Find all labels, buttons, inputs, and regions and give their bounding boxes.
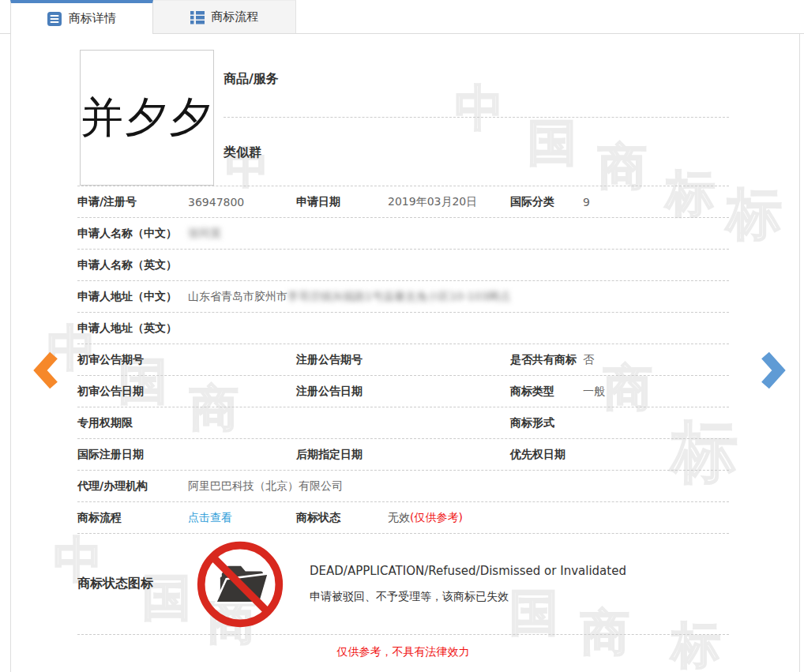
status-label: 商标状态: [296, 511, 388, 525]
redacted-text: 李哥庄镇兴福路1号温馨兑兔小区10-103网点: [287, 290, 511, 302]
table-row-registration: 申请/注册号 36947800 申请日期 2019年03月20日 国际分类 9: [77, 186, 729, 218]
applicant-cn-value: 张同英: [188, 227, 729, 241]
reg-no-label: 申请/注册号: [77, 195, 188, 209]
similar-group-label: 类似群: [224, 145, 261, 161]
status-icon-label: 商标状态图标: [77, 576, 188, 592]
reg-pub-no-label: 注册公告期号: [296, 353, 388, 367]
previous-arrow-icon[interactable]: [33, 351, 59, 390]
shared-trademark-value: 否: [583, 353, 729, 367]
address-cn-value: 山东省青岛市胶州市李哥庄镇兴福路1号温馨兑兔小区10-103网点: [188, 290, 729, 304]
tabs-bar: 商标详情 商标流程: [0, 0, 804, 34]
dead-trademark-prohibited-folder-icon: [194, 539, 286, 630]
status-value: 无效(仅供参考): [388, 511, 729, 525]
table-row-intl-dates: 国际注册日期 后期指定日期 优先权日期: [77, 439, 729, 471]
address-cn-label: 申请人地址（中文）: [77, 290, 188, 304]
status-english-text: DEAD/APPLICATION/Refused/Dismissed or In…: [310, 564, 626, 578]
trademark-form-label: 商标形式: [510, 416, 583, 430]
trademark-type-value: 一般: [583, 385, 729, 399]
table-row-address-en: 申请人地址（英文）: [77, 313, 729, 344]
address-clear-part: 山东省青岛市胶州市: [188, 290, 287, 302]
tab-label-detail: 商标详情: [69, 11, 116, 26]
tab-trademark-process[interactable]: 商标流程: [153, 0, 296, 33]
detail-panel: 并夕夕 商品/服务 类似群 申请/注册号 36947800 申请日期 2019年…: [10, 34, 800, 672]
table-row-status-icon: 商标状态图标 DEAD/APPLICATION/Refused/Dismisse…: [77, 534, 729, 635]
table-row-address-cn: 申请人地址（中文） 山东省青岛市胶州市李哥庄镇兴福路1号温馨兑兔小区10-103…: [77, 281, 729, 313]
status-invalid-text: 无效: [388, 511, 410, 524]
redacted-text: 张同英: [188, 227, 221, 239]
table-row-publication-no: 初审公告期号 注册公告期号 是否共有商标 否: [77, 344, 729, 376]
table-row-applicant-cn: 申请人名称（中文） 张同英: [77, 218, 729, 250]
document-lines-icon: [47, 12, 62, 26]
shared-trademark-label: 是否共有商标: [510, 353, 583, 367]
first-pub-date-label: 初审公告日期: [77, 385, 188, 399]
intl-reg-date-label: 国际注册日期: [77, 448, 188, 462]
trademark-type-label: 商标类型: [510, 385, 583, 399]
goods-services-label: 商品/服务: [224, 71, 279, 88]
table-row-process-status: 商标流程 点击查看 商标状态 无效(仅供参考): [77, 502, 729, 534]
agency-label: 代理/办理机构: [77, 479, 188, 494]
applicant-en-label: 申请人名称（英文）: [77, 258, 188, 272]
priority-date-label: 优先权日期: [510, 448, 583, 462]
right-period-label: 专用权期限: [77, 416, 188, 430]
trademark-detail-page: 中国商标中标中国商商标中国商国商标 商标详情: [0, 0, 804, 672]
table-row-agency: 代理/办理机构 阿里巴巴科技（北京）有限公司: [77, 471, 729, 502]
process-label: 商标流程: [77, 511, 188, 525]
list-icon: [190, 10, 205, 24]
goods-services-row: 商品/服务: [224, 34, 729, 118]
app-date-label: 申请日期: [296, 195, 388, 209]
view-process-link[interactable]: 点击查看: [188, 511, 232, 524]
app-date-value: 2019年03月20日: [388, 195, 510, 209]
agency-value: 阿里巴巴科技（北京）有限公司: [188, 479, 729, 494]
address-en-label: 申请人地址（英文）: [77, 321, 188, 336]
trademark-top-section: 并夕夕 商品/服务 类似群: [77, 34, 729, 186]
table-row-applicant-en: 申请人名称（英文）: [77, 250, 729, 281]
intl-class-value: 9: [583, 196, 729, 208]
reg-no-value: 36947800: [188, 196, 296, 208]
disclaimer-note: 仅供参考，不具有法律效力: [77, 635, 729, 659]
next-arrow-icon[interactable]: [760, 351, 786, 390]
intl-class-label: 国际分类: [510, 195, 583, 209]
applicant-cn-label: 申请人名称（中文）: [77, 227, 188, 241]
first-pub-no-label: 初审公告期号: [77, 353, 188, 367]
reg-pub-date-label: 注册公告日期: [296, 385, 388, 399]
later-designation-date-label: 后期指定日期: [296, 448, 388, 462]
tab-trademark-detail[interactable]: 商标详情: [10, 0, 153, 34]
status-chinese-text: 申请被驳回、不予受理等，该商标已失效: [310, 590, 626, 604]
table-row-right-period: 专用权期限 商标形式: [77, 407, 729, 439]
trademark-image: 并夕夕: [80, 50, 214, 186]
status-reference-note: (仅供参考): [410, 511, 463, 524]
table-row-publication-date: 初审公告日期 注册公告日期 商标类型 一般: [77, 376, 729, 407]
similar-group-row: 类似群: [224, 118, 729, 186]
tab-label-process: 商标流程: [212, 9, 259, 24]
